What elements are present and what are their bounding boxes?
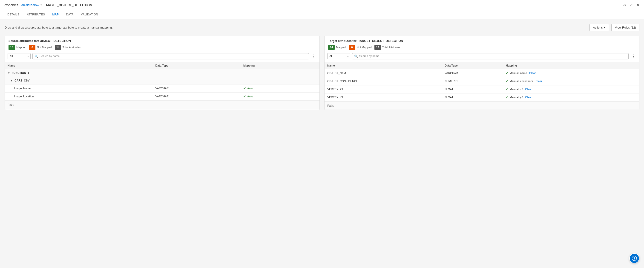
desc-row: Drag-and-drop a source attribute to a ta…: [4, 24, 640, 31]
clear-button-1[interactable]: Clear: [529, 72, 536, 75]
target-more-icon[interactable]: ⋮: [630, 53, 636, 60]
properties-label: Properties:: [4, 3, 19, 7]
target-stats-row: 14 Mapped 0 Not Mapped 14 Total Attribut…: [324, 45, 639, 53]
table-row: ▼ CARS_CSV: [5, 77, 320, 85]
table-row: Image_Name VARCHAR ✔ Auto: [5, 85, 320, 93]
title-bar: Properties: lab-data-flow » TARGET_OBJEC…: [0, 0, 644, 10]
source-search-icon: 🔍: [34, 55, 38, 58]
source-mapping-image-name: ✔ Auto: [240, 85, 320, 93]
target-filter-select[interactable]: All Mapped Not Mapped: [327, 53, 350, 59]
target-mapped-label: Mapped: [336, 46, 346, 49]
table-row: OBJECT_NAME VARCHAR ✔ Manual: name Clear: [324, 69, 639, 77]
tab-attributes[interactable]: ATTRIBUTES: [23, 10, 49, 19]
tab-data[interactable]: DATA: [62, 10, 77, 19]
source-col-name: Name: [5, 62, 153, 69]
source-dtype-image-name: VARCHAR: [153, 85, 241, 93]
source-filter-select-wrapper: All Mapped Not Mapped: [8, 53, 30, 59]
table-row: Image_Location VARCHAR ✔ Auto: [5, 93, 320, 101]
help-button[interactable]: ?: [629, 253, 640, 263]
panels-row: Source attributes for: OBJECT_DETECTION …: [4, 36, 640, 110]
manual-value-3: Manual: x0: [510, 88, 523, 91]
auto-label-1: Auto: [247, 87, 253, 90]
source-table: Name Data Type Mapping ▼ FUNCTION_1: [5, 62, 320, 101]
clear-button-4[interactable]: Clear: [525, 96, 532, 99]
source-more-icon[interactable]: ⋮: [311, 53, 317, 60]
source-group-cars-csv: ▼ CARS_CSV: [5, 77, 320, 85]
target-notmapped-badge: 0: [349, 45, 355, 50]
table-row: OBJECT_CONFIDENCE NUMERIC ✔ Manual: conf…: [324, 77, 639, 85]
tab-map[interactable]: MAP: [48, 10, 62, 19]
description-text: Drag-and-drop a source attribute to a ta…: [4, 26, 113, 29]
target-panel-title: Target attributes for: TARGET_OBJECT_DET…: [324, 36, 639, 45]
manual-check-icon-2: ✔: [506, 79, 508, 83]
source-total-badge: 14: [55, 45, 61, 50]
target-dtype-object-name: VARCHAR: [442, 69, 503, 77]
tab-validation[interactable]: VALIDATION: [77, 10, 102, 19]
expand-button[interactable]: ⤢: [629, 2, 634, 8]
minimize-button[interactable]: ▱: [622, 2, 627, 8]
title-bar-controls: ▱ ⤢ ✕: [622, 2, 640, 8]
target-notmapped-stat: 0 Not Mapped: [349, 45, 372, 50]
target-search-icon: 🔍: [354, 55, 358, 58]
expand-cars-csv-icon[interactable]: ▼: [10, 79, 13, 82]
source-filter-select[interactable]: All Mapped Not Mapped: [8, 53, 30, 59]
manual-check-icon-4: ✔: [506, 96, 508, 99]
clear-button-3[interactable]: Clear: [525, 88, 532, 91]
source-mapping-image-location: ✔ Auto: [240, 93, 320, 101]
breadcrumb-separator: »: [40, 3, 42, 7]
lab-data-flow-link[interactable]: lab-data-flow: [21, 3, 39, 7]
source-row-image-location: Image_Location: [5, 93, 153, 101]
target-mapping-object-confidence: ✔ Manual: confidence Clear: [503, 77, 639, 85]
source-panel-title: Source attributes for: OBJECT_DETECTION: [5, 36, 320, 45]
target-total-label: Total Attributes: [382, 46, 400, 49]
auto-label-2: Auto: [247, 95, 253, 98]
auto-check-icon-2: ✔: [243, 95, 246, 98]
target-mapping-vertex-x1: ✔ Manual: x0 Clear: [503, 85, 639, 94]
target-mapped-stat: 14 Mapped: [328, 45, 346, 50]
tab-details[interactable]: DETAILS: [4, 10, 23, 19]
tab-bar: DETAILS ATTRIBUTES MAP DATA VALIDATION: [0, 10, 644, 19]
actions-row: Actions ▾ View Rules (12): [590, 24, 640, 31]
target-col-datatype: Data Type: [442, 62, 503, 69]
table-row: ▼ FUNCTION_1: [5, 69, 320, 77]
source-col-datatype: Data Type: [153, 62, 241, 69]
target-col-name: Name: [324, 62, 442, 69]
target-row-vertex-x1: VERTEX_X1: [324, 85, 442, 94]
target-search-input[interactable]: [359, 55, 626, 58]
target-filter-row: All Mapped Not Mapped 🔍 ⋮: [324, 53, 639, 62]
main-content: Drag-and-drop a source attribute to a ta…: [0, 19, 644, 267]
manual-check-icon-1: ✔: [506, 71, 508, 75]
view-rules-button[interactable]: View Rules (12): [611, 24, 640, 31]
target-filter-select-wrapper: All Mapped Not Mapped: [327, 53, 350, 59]
source-panel: Source attributes for: OBJECT_DETECTION …: [4, 36, 320, 110]
title-bar-left: Properties: lab-data-flow » TARGET_OBJEC…: [4, 3, 92, 7]
auto-check-icon-1: ✔: [243, 87, 246, 90]
target-row-object-name: OBJECT_NAME: [324, 69, 442, 77]
expand-function1-icon[interactable]: ▼: [8, 72, 10, 74]
clear-button-2[interactable]: Clear: [536, 80, 542, 83]
target-table: Name Data Type Mapping OBJECT_NAME VARCH…: [324, 62, 639, 102]
manual-value-2: Manual: confidence: [510, 80, 533, 83]
target-panel: Target attributes for: TARGET_OBJECT_DET…: [324, 36, 640, 110]
target-dtype-vertex-x1: FLOAT: [442, 85, 503, 94]
source-search-input[interactable]: [40, 55, 307, 58]
close-button[interactable]: ✕: [636, 2, 640, 8]
source-mapped-badge: 14: [8, 45, 15, 50]
actions-label: Actions: [593, 26, 603, 29]
source-filter-row: All Mapped Not Mapped 🔍 ⋮: [5, 53, 320, 62]
target-dtype-object-confidence: NUMERIC: [442, 77, 503, 85]
manual-value-4: Manual: y0: [510, 96, 523, 99]
source-notmapped-badge: 0: [29, 45, 36, 50]
target-row-object-confidence: OBJECT_CONFIDENCE: [324, 77, 442, 85]
table-row: VERTEX_Y1 FLOAT ✔ Manual: y0 Clear: [324, 94, 639, 102]
actions-chevron-icon: ▾: [604, 26, 606, 29]
target-path-row: Path:: [324, 102, 639, 110]
target-notmapped-label: Not Mapped: [356, 46, 372, 49]
source-mapped-label: Mapped: [16, 46, 26, 49]
source-mapped-stat: 14 Mapped: [8, 45, 26, 50]
source-group-function1: ▼ FUNCTION_1: [5, 69, 320, 77]
target-row-vertex-y1: VERTEX_Y1: [324, 94, 442, 102]
target-total-stat: 14 Total Attributes: [374, 45, 400, 50]
target-col-mapping: Mapping: [503, 62, 639, 69]
actions-button[interactable]: Actions ▾: [590, 24, 609, 31]
